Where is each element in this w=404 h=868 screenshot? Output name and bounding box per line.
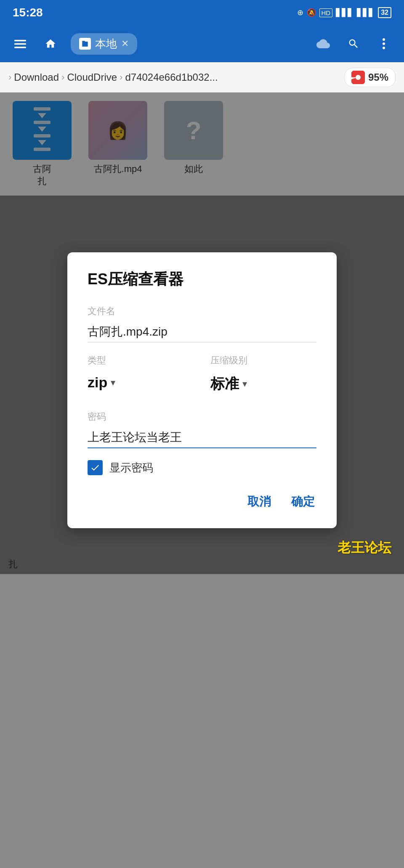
storage-pct: 95% (368, 71, 388, 83)
svg-rect-1 (14, 43, 26, 45)
type-value: zip (88, 374, 107, 391)
compression-value: 标准 (210, 374, 239, 394)
compress-dialog: ES压缩查看器 文件名 类型 zip ▾ 压缩级别 标准 ▾ 密码 (67, 252, 337, 528)
show-password-label: 显示密码 (109, 460, 153, 475)
svg-rect-2 (14, 47, 26, 48)
status-icons: ⊕ 🔕 HD ▋▋▋ ▋▋▋ 32 (297, 7, 391, 18)
type-label: 类型 (88, 354, 194, 367)
status-time: 15:28 (13, 6, 43, 19)
type-dropdown-arrow: ▾ (111, 377, 115, 388)
breadcrumb-folder[interactable]: d74024e66d1b032... (125, 71, 218, 83)
svg-point-3 (383, 38, 385, 41)
battery-indicator: 32 (378, 7, 391, 18)
breadcrumb-sep1: › (61, 72, 64, 83)
svg-point-8 (356, 75, 361, 80)
nfc-icon: ⊕ (297, 8, 303, 17)
watermark: 老王论坛 (338, 539, 391, 557)
compression-label: 压缩级别 (210, 354, 316, 367)
storage-badge: 95% (344, 68, 396, 87)
confirm-button[interactable]: 确定 (290, 490, 316, 513)
app-bar: 本地 ✕ (0, 25, 404, 62)
silent-icon: 🔕 (307, 8, 316, 17)
show-password-row: 显示密码 (88, 460, 316, 475)
svg-rect-0 (14, 40, 26, 42)
breadcrumb-clouddrive[interactable]: CloudDrive (67, 71, 117, 83)
svg-point-4 (383, 42, 385, 45)
filename-label: 文件名 (88, 305, 316, 318)
breadcrumb-left-sep: › (8, 72, 11, 83)
more-button[interactable] (374, 34, 394, 54)
filename-input[interactable] (88, 322, 316, 342)
password-label: 密码 (88, 410, 316, 423)
show-password-checkbox[interactable] (88, 460, 103, 475)
type-compression-row: 类型 zip ▾ 压缩级别 标准 ▾ (88, 354, 316, 397)
breadcrumb-download[interactable]: Download (14, 71, 59, 83)
password-input[interactable] (88, 427, 316, 448)
signal2-icon: ▋▋▋ (357, 8, 375, 17)
compression-select[interactable]: 标准 ▾ (210, 371, 316, 397)
cloud-button[interactable] (313, 34, 333, 54)
signal-icon: ▋▋▋ (336, 8, 354, 17)
home-button[interactable] (40, 34, 61, 54)
type-select[interactable]: zip ▾ (88, 371, 194, 394)
breadcrumb-bar: › Download › CloudDrive › d74024e66d1b03… (0, 62, 404, 93)
dialog-title: ES压缩查看器 (88, 269, 316, 290)
compression-dropdown-arrow: ▾ (242, 378, 247, 389)
breadcrumb-sep2: › (120, 72, 122, 83)
tab-file-icon (79, 38, 91, 50)
status-bar: 15:28 ⊕ 🔕 HD ▋▋▋ ▋▋▋ 32 (0, 0, 404, 25)
cancel-button[interactable]: 取消 (246, 490, 273, 513)
compression-group: 压缩级别 标准 ▾ (210, 354, 316, 397)
svg-point-5 (383, 47, 385, 49)
tab-label: 本地 (95, 37, 117, 51)
menu-button[interactable] (10, 34, 30, 54)
dialog-actions: 取消 确定 (88, 490, 316, 513)
file-area: 古阿扎 👩 古阿扎.mp4 ? 如此 扎 ES压缩查看器 文件名 类型 (0, 93, 404, 574)
local-tab[interactable]: 本地 ✕ (71, 33, 137, 55)
hd-icon: HD (319, 8, 333, 17)
tab-close-icon[interactable]: ✕ (121, 38, 129, 49)
type-group: 类型 zip ▾ (88, 354, 194, 397)
search-button[interactable] (343, 34, 364, 54)
storage-pie-icon (351, 71, 365, 84)
